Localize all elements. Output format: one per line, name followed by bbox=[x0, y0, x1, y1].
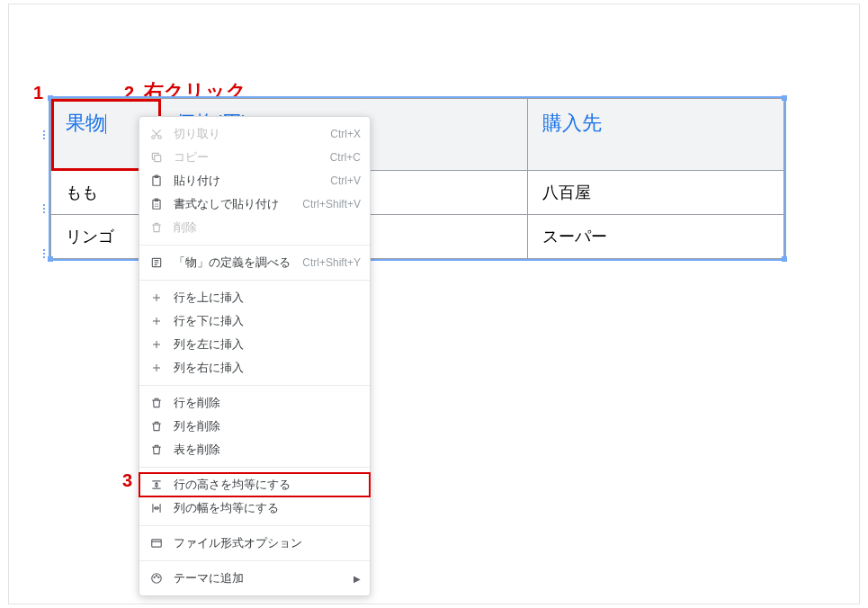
menu-add-to-theme[interactable]: テーマに追加 ▶ bbox=[139, 567, 370, 590]
svg-rect-8 bbox=[152, 540, 162, 547]
menu-delete: 削除 bbox=[139, 216, 370, 239]
menu-copy: コピー Ctrl+C bbox=[139, 146, 370, 169]
context-menu: 切り取り Ctrl+X コピー Ctrl+C 貼り付け Ctrl+V 書式なしで… bbox=[139, 116, 371, 596]
distribute-cols-icon bbox=[148, 500, 165, 516]
cell-store[interactable]: スーパー bbox=[527, 215, 783, 259]
menu-insert-col-right[interactable]: 列を右に挿入 bbox=[139, 356, 370, 380]
menu-insert-col-left[interactable]: 列を左に挿入 bbox=[139, 333, 370, 356]
menu-file-format-options[interactable]: ファイル形式オプション bbox=[139, 532, 370, 555]
svg-point-11 bbox=[156, 576, 157, 577]
header-cell-store[interactable]: 購入先 bbox=[527, 99, 783, 171]
paste-icon bbox=[148, 173, 165, 189]
dictionary-icon bbox=[148, 255, 165, 271]
annotation-1: 1 bbox=[33, 83, 43, 103]
menu-distribute-cols[interactable]: 列の幅を均等にする bbox=[139, 496, 370, 520]
trash-icon bbox=[148, 418, 165, 434]
trash-icon bbox=[148, 395, 165, 411]
svg-point-0 bbox=[152, 136, 156, 139]
menu-delete-row[interactable]: 行を削除 bbox=[139, 391, 370, 415]
plus-icon bbox=[148, 336, 165, 353]
cut-icon bbox=[148, 126, 165, 142]
menu-paste[interactable]: 貼り付け Ctrl+V bbox=[139, 169, 370, 192]
trash-icon bbox=[148, 442, 165, 458]
menu-delete-col[interactable]: 列を削除 bbox=[139, 415, 370, 438]
copy-icon bbox=[148, 149, 165, 165]
plus-icon bbox=[148, 290, 165, 306]
palette-icon bbox=[148, 570, 165, 586]
options-icon bbox=[148, 535, 165, 551]
submenu-arrow-icon: ▶ bbox=[346, 574, 361, 584]
menu-insert-row-above[interactable]: 行を上に挿入 bbox=[139, 286, 370, 309]
plus-icon bbox=[148, 360, 165, 376]
menu-delete-table[interactable]: 表を削除 bbox=[139, 438, 370, 461]
svg-point-10 bbox=[154, 577, 155, 577]
distribute-rows-icon bbox=[148, 477, 165, 493]
trash-icon bbox=[148, 219, 165, 236]
svg-point-12 bbox=[158, 577, 159, 577]
menu-insert-row-below[interactable]: 行を下に挿入 bbox=[139, 309, 370, 333]
paste-noformat-icon bbox=[148, 196, 165, 212]
menu-paste-noformat[interactable]: 書式なしで貼り付け Ctrl+Shift+V bbox=[139, 192, 370, 216]
cell-store[interactable]: 八百屋 bbox=[527, 171, 783, 215]
text-cursor bbox=[105, 114, 106, 134]
menu-distribute-rows[interactable]: 行の高さを均等にする bbox=[139, 473, 370, 496]
svg-rect-2 bbox=[155, 156, 161, 162]
menu-cut: 切り取り Ctrl+X bbox=[139, 122, 370, 146]
plus-icon bbox=[148, 313, 165, 329]
annotation-3: 3 bbox=[122, 470, 132, 491]
svg-point-1 bbox=[158, 136, 162, 139]
menu-define[interactable]: 「物」の定義を調べる Ctrl+Shift+Y bbox=[139, 251, 370, 274]
